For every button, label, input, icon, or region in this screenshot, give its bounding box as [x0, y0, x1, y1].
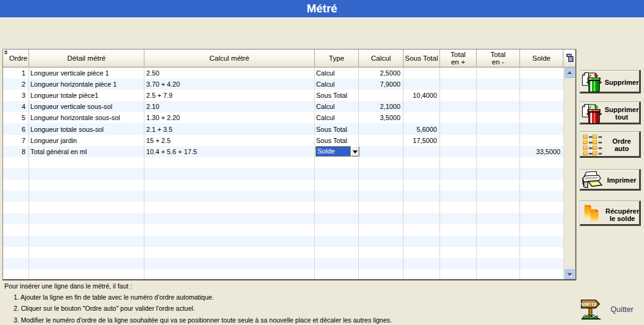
svg-text:SORTIE: SORTIE	[581, 302, 596, 307]
